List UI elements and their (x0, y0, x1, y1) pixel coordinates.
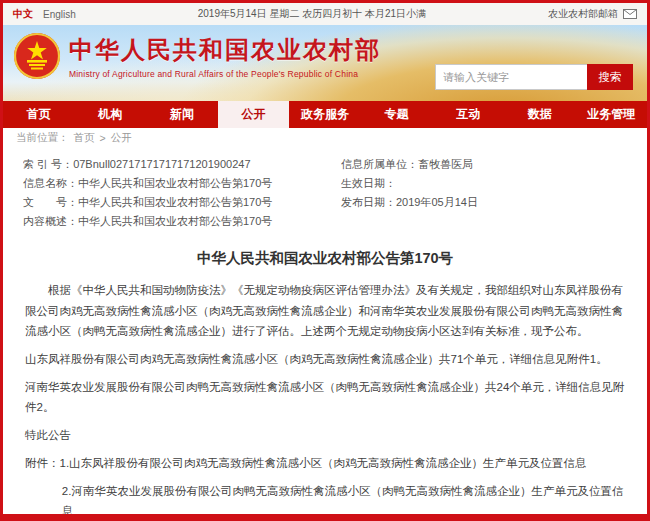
article-paragraph: 山东凤祥股份有限公司肉鸡无高致病性禽流感小区（肉鸡无高致病性禽流感企业）共71个… (25, 349, 625, 370)
site-title-en: Ministry of Agriculture and Rural Affair… (69, 69, 381, 79)
search-button[interactable]: 搜索 (587, 64, 633, 90)
article-paragraph: 特此公告 (25, 425, 625, 446)
search-input[interactable] (435, 64, 587, 90)
page: 中文 English 2019年5月14日 星期二 农历四月初十 本月21日小满… (0, 0, 650, 521)
article-title: 中华人民共和国农业农村部公告第170号 (25, 249, 625, 268)
nav-item-home[interactable]: 首页 (3, 101, 75, 128)
nav-item-data[interactable]: 数据 (504, 101, 576, 128)
meta-value: 07Bnull02717171717171201900247 (73, 158, 250, 170)
document-meta: 索 引 号：07Bnull02717171717171201900247 信息名… (3, 147, 647, 233)
nav-item-topics[interactable]: 专题 (361, 101, 433, 128)
meta-label: 索 引 号： (23, 158, 73, 170)
nav-item-business[interactable]: 业务管理 (576, 101, 648, 128)
breadcrumb-separator: > (100, 132, 106, 144)
meta-row-doc-no: 文 号：中华人民共和国农业农村部公告第170号 (23, 193, 341, 212)
meta-label: 生效日期： (341, 177, 396, 189)
breadcrumb-home-link[interactable]: 首页 (74, 131, 95, 145)
meta-value: 中华人民共和国农业农村部公告第170号 (78, 196, 272, 208)
meta-label: 信息所属单位： (341, 158, 418, 170)
meta-label: 内容概述： (23, 215, 78, 227)
attachment-item: 1.山东凤祥股份有限公司肉鸡无高致病性禽流感小区（肉鸡无高致病性禽流感企业）生产… (60, 457, 587, 469)
attachment-label: 附件： (25, 457, 60, 469)
meta-row-summary: 内容概述：中华人民共和国农业农村部公告第170号 (23, 212, 341, 231)
meta-right-column: 信息所属单位：畜牧兽医局 生效日期： 发布日期：2019年05月14日 (341, 155, 647, 231)
mailbox-label: 农业农村部邮箱 (548, 7, 618, 21)
meta-row-index-no: 索 引 号：07Bnull02717171717171201900247 (23, 155, 341, 174)
meta-left-column: 索 引 号：07Bnull02717171717171201900247 信息名… (23, 155, 341, 231)
main-nav: 首页 机构 新闻 公开 政务服务 专题 互动 数据 业务管理 (3, 101, 647, 128)
date-line: 2019年5月14日 星期二 农历四月初十 本月21日小满 (76, 7, 548, 21)
article-body: 中华人民共和国农业农村部公告第170号 根据《中华人民共和国动物防疫法》《无规定… (3, 249, 647, 521)
header-banner: 中华人民共和国农业农村部 Ministry of Agriculture and… (3, 25, 647, 101)
meta-value: 畜牧兽医局 (418, 158, 473, 170)
nav-item-interaction[interactable]: 互动 (432, 101, 504, 128)
meta-value: 2019年05月14日 (396, 196, 478, 208)
meta-row-effective-date: 生效日期： (341, 174, 647, 193)
site-title-cn: 中华人民共和国农业农村部 (69, 34, 381, 66)
lang-chinese-link[interactable]: 中文 (13, 7, 33, 21)
article-paragraph: 根据《中华人民共和国动物防疫法》《无规定动物疫病区评估管理办法》及有关规定，我部… (25, 280, 625, 342)
nav-item-news[interactable]: 新闻 (146, 101, 218, 128)
national-emblem-logo (13, 32, 61, 80)
article-paragraph: 河南华英农业发展股份有限公司肉鸭无高致病性禽流感小区（肉鸭无高致病性禽流感企业）… (25, 377, 625, 418)
meta-label: 文 号： (23, 196, 78, 208)
breadcrumb-prefix: 当前位置： (16, 131, 69, 145)
meta-row-publish-date: 发布日期：2019年05月14日 (341, 193, 647, 212)
meta-value: 中华人民共和国农业农村部公告第170号 (78, 215, 272, 227)
breadcrumb: 当前位置： 首页 > 公开 (3, 128, 647, 147)
site-title-block: 中华人民共和国农业农村部 Ministry of Agriculture and… (69, 34, 381, 79)
search-box: 搜索 (435, 64, 633, 90)
meta-value: 中华人民共和国农业农村部公告第170号 (78, 177, 272, 189)
meta-row-unit: 信息所属单位：畜牧兽医局 (341, 155, 647, 174)
breadcrumb-current[interactable]: 公开 (111, 131, 132, 145)
attachment-line-2: 2.河南华英农业发展股份有限公司肉鸭无高致病性禽流感小区（肉鸭无高致病性禽流感企… (25, 481, 625, 521)
mailbox-link[interactable]: 农业农村部邮箱 (548, 7, 637, 21)
attachment-line-1: 附件：1.山东凤祥股份有限公司肉鸡无高致病性禽流感小区（肉鸡无高致病性禽流感企业… (25, 453, 625, 474)
meta-label: 发布日期： (341, 196, 396, 208)
nav-item-orgs[interactable]: 机构 (75, 101, 147, 128)
meta-row-info-name: 信息名称：中华人民共和国农业农村部公告第170号 (23, 174, 341, 193)
nav-item-disclosure[interactable]: 公开 (218, 101, 290, 128)
lang-english-link[interactable]: English (43, 9, 76, 20)
meta-label: 信息名称： (23, 177, 78, 189)
nav-item-services[interactable]: 政务服务 (289, 101, 361, 128)
attachment-item: 2.河南华英农业发展股份有限公司肉鸭无高致病性禽流感小区（肉鸭无高致病性禽流感企… (62, 485, 624, 518)
envelope-icon (623, 9, 637, 19)
top-utility-bar: 中文 English 2019年5月14日 星期二 农历四月初十 本月21日小满… (3, 3, 647, 25)
